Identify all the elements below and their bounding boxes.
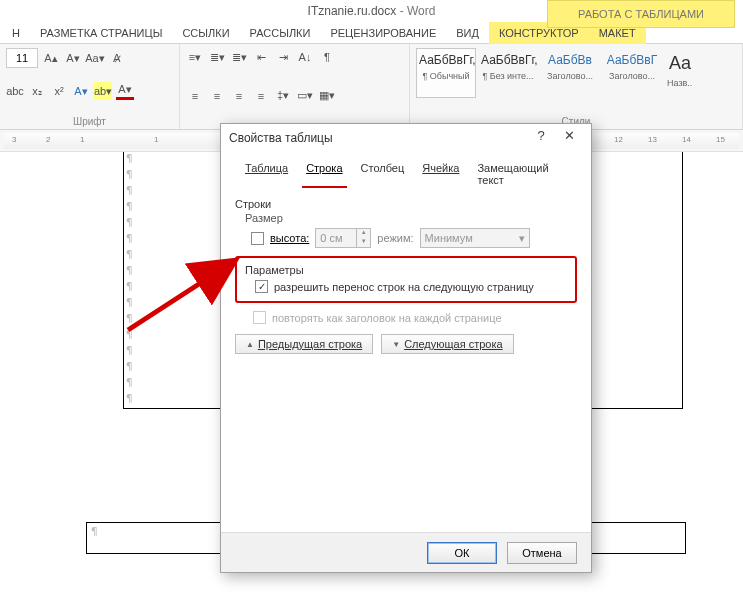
mode-combo[interactable]: Минимум ▾ [420,228,530,248]
rows-section-label: Строки [235,198,577,210]
app-name: Word [407,4,435,18]
table-properties-dialog: Свойства таблицы ? ✕ Таблица Строка Стол… [220,123,592,573]
tab-column[interactable]: Столбец [357,160,409,188]
change-case-icon[interactable]: Aa▾ [86,49,104,67]
repeat-header-checkbox [253,311,266,324]
table-tools-context-label: РАБОТА С ТАБЛИЦАМИ [547,0,735,28]
subscript-icon[interactable]: x₂ [28,82,46,100]
close-button[interactable]: ✕ [555,128,583,148]
repeat-header-label: повторять как заголовок на каждой страни… [272,312,502,324]
clear-formatting-icon[interactable]: A̷ [108,49,126,67]
height-spinbox[interactable]: 0 см ▲▼ [315,228,371,248]
allow-row-break-label: разрешить перенос строк на следующую стр… [274,281,534,293]
chevron-down-icon: ▾ [519,232,525,245]
group-font-label: Шрифт [6,116,173,127]
tab-home-cut[interactable]: Н [2,22,30,44]
align-center-icon[interactable]: ≡ [208,87,226,105]
tab-row[interactable]: Строка [302,160,346,188]
numbering-icon[interactable]: ≣▾ [208,48,226,66]
style-heading1[interactable]: АаБбВв Заголово... [540,48,600,98]
tab-cell[interactable]: Ячейка [418,160,463,188]
allow-row-break-checkbox[interactable] [255,280,268,293]
height-checkbox[interactable] [251,232,264,245]
bullets-icon[interactable]: ≡▾ [186,48,204,66]
spin-down-icon[interactable]: ▼ [356,238,370,247]
tab-review[interactable]: РЕЦЕНЗИРОВАНИЕ [320,22,446,44]
dialog-titlebar[interactable]: Свойства таблицы ? ✕ [221,124,591,152]
text-effects-icon[interactable]: A▾ [72,82,90,100]
line-spacing-icon[interactable]: ‡▾ [274,87,292,105]
tab-alt-text[interactable]: Замещающий текст [473,160,577,188]
justify-icon[interactable]: ≡ [252,87,270,105]
shading-icon[interactable]: ▭▾ [296,87,314,105]
mode-label: режим: [377,232,413,244]
shrink-font-icon[interactable]: A▾ [64,49,82,67]
show-marks-icon[interactable]: ¶ [318,48,336,66]
grow-font-icon[interactable]: A▴ [42,49,60,67]
style-heading2[interactable]: АаБбВвГ Заголово... [602,48,662,98]
strikethrough-icon[interactable]: abc [6,82,24,100]
parameters-highlight-box: Параметры разрешить перенос строк на сле… [235,256,577,303]
tab-references[interactable]: ССЫЛКИ [172,22,239,44]
help-button[interactable]: ? [527,128,555,148]
spin-up-icon[interactable]: ▲ [356,229,370,238]
font-color-icon[interactable]: A▾ [116,82,134,100]
style-normal[interactable]: АаБбВвГг, ¶ Обычный [416,48,476,98]
height-label: высота: [270,232,309,244]
style-title[interactable]: Аа Назв... [664,48,696,98]
sort-icon[interactable]: A↓ [296,48,314,66]
parameters-label: Параметры [245,264,567,276]
triangle-down-icon: ▼ [392,340,400,349]
tab-view[interactable]: ВИД [446,22,489,44]
superscript-icon[interactable]: x² [50,82,68,100]
tab-page-layout[interactable]: РАЗМЕТКА СТРАНИЦЫ [30,22,172,44]
font-size-select[interactable] [6,48,38,68]
title-bar: ITznanie.ru.docx - Word РАБОТА С ТАБЛИЦА… [0,0,743,22]
tab-table[interactable]: Таблица [241,160,292,188]
style-no-spacing[interactable]: АаБбВвГг, ¶ Без инте... [478,48,538,98]
document-name: ITznanie.ru.docx [308,4,397,18]
dialog-tabs: Таблица Строка Столбец Ячейка Замещающий… [235,160,577,188]
tab-mailings[interactable]: РАССЫЛКИ [240,22,321,44]
previous-row-button[interactable]: ▲ Предыдущая строка [235,334,373,354]
triangle-up-icon: ▲ [246,340,254,349]
multilevel-list-icon[interactable]: ≣▾ [230,48,248,66]
dialog-title: Свойства таблицы [229,131,333,145]
ok-button[interactable]: ОК [427,542,497,564]
highlight-icon[interactable]: ab▾ [94,82,112,100]
size-label: Размер [245,212,577,224]
dialog-footer: ОК Отмена [221,532,591,572]
increase-indent-icon[interactable]: ⇥ [274,48,292,66]
cancel-button[interactable]: Отмена [507,542,577,564]
decrease-indent-icon[interactable]: ⇤ [252,48,270,66]
ribbon: A▴ A▾ Aa▾ A̷ abc x₂ x² A▾ ab▾ A▾ Шрифт ≡… [0,44,743,130]
next-row-button[interactable]: ▼ Следующая строка [381,334,513,354]
align-left-icon[interactable]: ≡ [186,87,204,105]
align-right-icon[interactable]: ≡ [230,87,248,105]
borders-icon[interactable]: ▦▾ [318,87,336,105]
